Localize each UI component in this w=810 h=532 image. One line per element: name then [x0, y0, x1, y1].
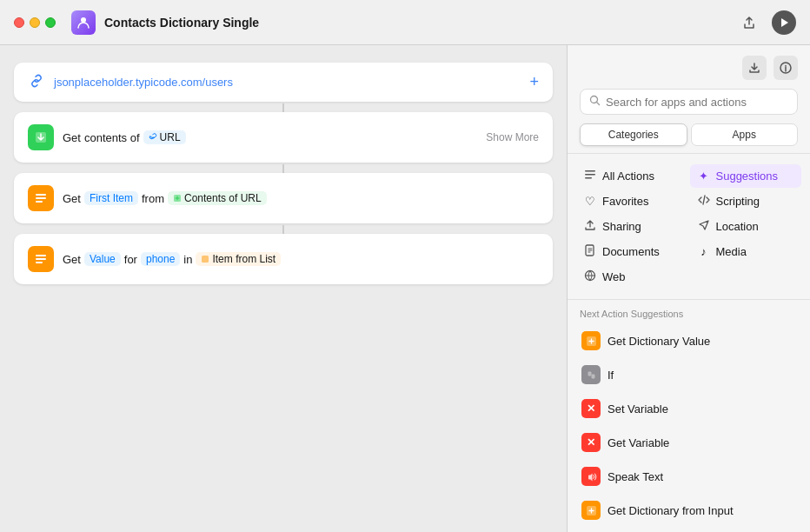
- set-variable-icon: ✕: [581, 399, 601, 418]
- get-value-action[interactable]: Get Value for phone in Item from List: [14, 234, 553, 284]
- suggestion-set-variable[interactable]: ✕ Set Variable: [574, 392, 803, 425]
- action-icon-green: [28, 124, 54, 150]
- search-input[interactable]: [606, 96, 788, 109]
- scripting-icon: [697, 194, 711, 209]
- action-icon-orange-2: [28, 246, 54, 272]
- workflow-panel: jsonplaceholder.typicode.com/users + Get…: [0, 45, 567, 532]
- svg-rect-10: [202, 256, 209, 263]
- contents-of-url-token[interactable]: Contents of URL: [168, 191, 267, 205]
- get-value-text: Get Value for phone in Item from List: [63, 252, 539, 266]
- suggestion-count[interactable]: Count: [574, 528, 803, 532]
- download-icon-button[interactable]: [742, 56, 767, 80]
- sharing-label: Sharing: [602, 220, 641, 233]
- speak-text-icon: [581, 467, 601, 486]
- if-icon: [581, 365, 601, 384]
- window-title: Contacts Dictionary Single: [104, 16, 728, 30]
- category-media[interactable]: ♪ Media: [690, 240, 802, 263]
- suggestion-get-dict-input[interactable]: Get Dictionary from Input: [574, 494, 803, 527]
- maximize-button[interactable]: [45, 17, 56, 28]
- suggestion-get-dictionary-value[interactable]: Get Dictionary Value: [574, 324, 803, 357]
- category-location[interactable]: Location: [690, 215, 802, 238]
- set-variable-label: Set Variable: [608, 402, 668, 416]
- get-dict-input-label: Get Dictionary from Input: [608, 504, 734, 517]
- get-contents-action[interactable]: Get contents of URL Show More: [14, 112, 553, 163]
- search-icon: [589, 95, 601, 109]
- if-label: If: [608, 369, 614, 382]
- svg-rect-4: [36, 197, 46, 199]
- minimize-button[interactable]: [30, 17, 40, 28]
- info-icon-button[interactable]: [773, 56, 798, 80]
- app-icon: [71, 10, 96, 35]
- close-button[interactable]: [14, 17, 24, 28]
- suggestions-icon: ✦: [697, 170, 711, 183]
- first-item-token[interactable]: First Item: [84, 191, 138, 205]
- all-actions-label: All Actions: [602, 170, 654, 183]
- get-first-item-action[interactable]: Get First Item from Contents of URL: [14, 173, 553, 223]
- sharing-icon: [583, 219, 597, 234]
- svg-rect-5: [36, 201, 43, 203]
- get-dict-value-label: Get Dictionary Value: [608, 335, 710, 348]
- connector-2: [282, 164, 284, 173]
- right-panel-top: Categories Apps: [568, 45, 810, 154]
- titlebar-actions: [737, 10, 796, 35]
- get-variable-label: Get Variable: [608, 436, 669, 449]
- titlebar: Contacts Dictionary Single: [0, 0, 810, 45]
- category-web[interactable]: Web: [576, 265, 688, 289]
- tab-row: Categories Apps: [580, 123, 798, 146]
- category-suggestions[interactable]: ✦ Suggestions: [690, 164, 802, 188]
- svg-rect-3: [36, 194, 46, 196]
- get-first-item-text: Get First Item from Contents of URL: [63, 191, 539, 205]
- right-panel: Categories Apps All Actions: [567, 45, 810, 532]
- show-more-button[interactable]: Show More: [486, 131, 539, 143]
- suggestion-speak-text[interactable]: Speak Text: [574, 460, 803, 493]
- favorites-icon: ♡: [583, 195, 597, 208]
- category-scripting[interactable]: Scripting: [690, 190, 802, 213]
- svg-rect-14: [585, 174, 595, 176]
- scripting-label: Scripting: [716, 195, 760, 208]
- url-value: jsonplaceholder.typicode.com/users: [54, 76, 521, 89]
- url-token[interactable]: URL: [143, 130, 186, 144]
- speak-text-label: Speak Text: [608, 470, 663, 483]
- category-sharing[interactable]: Sharing: [576, 215, 688, 238]
- item-from-list-token[interactable]: Item from List: [196, 252, 281, 266]
- traffic-lights: [14, 17, 56, 28]
- get-contents-text: Get contents of URL: [63, 130, 477, 144]
- connector-3: [282, 225, 284, 234]
- web-icon: [583, 269, 597, 284]
- suggestions-list: Get Dictionary Value If ✕ Set Variable: [568, 324, 810, 532]
- get-variable-icon: ✕: [581, 433, 601, 452]
- location-icon: [697, 219, 711, 234]
- svg-rect-7: [36, 255, 46, 256]
- category-documents[interactable]: Documents: [576, 240, 688, 263]
- media-label: Media: [716, 245, 747, 258]
- apps-tab[interactable]: Apps: [691, 123, 799, 146]
- suggestion-get-variable[interactable]: ✕ Get Variable: [574, 426, 803, 459]
- add-url-button[interactable]: +: [529, 73, 539, 91]
- share-button[interactable]: [737, 10, 761, 35]
- favorites-label: Favorites: [602, 195, 648, 208]
- suggestions-header: Next Action Suggestions: [568, 300, 810, 324]
- svg-rect-13: [585, 170, 595, 172]
- category-all-actions[interactable]: All Actions: [576, 164, 688, 188]
- web-label: Web: [602, 270, 626, 283]
- categories-tab[interactable]: Categories: [580, 123, 687, 146]
- url-card[interactable]: jsonplaceholder.typicode.com/users +: [14, 63, 553, 102]
- suggestion-if[interactable]: If: [574, 358, 803, 391]
- media-icon: ♪: [697, 245, 711, 258]
- svg-marker-1: [781, 18, 788, 27]
- search-bar[interactable]: [580, 89, 798, 115]
- get-dict-value-icon: [581, 331, 601, 350]
- location-label: Location: [716, 220, 759, 233]
- documents-icon: [583, 244, 597, 259]
- run-button[interactable]: [772, 10, 796, 35]
- all-actions-icon: [583, 169, 597, 183]
- svg-rect-15: [585, 177, 592, 179]
- right-top-row: [580, 56, 798, 80]
- connector-1: [282, 103, 284, 112]
- action-icon-orange-1: [28, 185, 54, 211]
- value-token[interactable]: Value: [84, 252, 121, 266]
- svg-point-0: [81, 17, 86, 23]
- category-favorites[interactable]: ♡ Favorites: [576, 190, 688, 213]
- phone-token[interactable]: phone: [141, 252, 180, 266]
- get-dict-input-icon: [581, 501, 601, 520]
